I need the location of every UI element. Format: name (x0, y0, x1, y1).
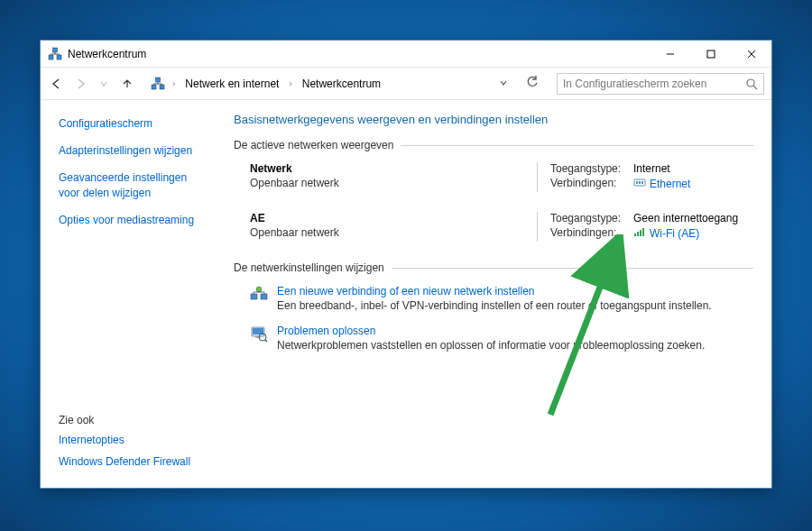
svg-rect-8 (160, 85, 164, 89)
access-type-label: Toegangstype: (550, 212, 633, 224)
sidebar-link-adapter[interactable]: Adapterinstellingen wijzigen (59, 144, 192, 157)
address-dropdown[interactable] (494, 78, 513, 90)
chevron-right-icon[interactable]: › (287, 78, 293, 88)
network-name: AE (250, 212, 537, 224)
recent-dropdown[interactable] (95, 75, 113, 93)
maximize-button[interactable] (690, 41, 731, 67)
svg-rect-25 (255, 336, 261, 338)
sidebar: Configuratiescherm Adapterinstellingen w… (41, 100, 221, 488)
titlebar: Netwerkcentrum (41, 41, 771, 68)
divider (392, 268, 753, 269)
svg-rect-16 (634, 233, 636, 236)
action-desc: Netwerkproblemen vaststellen en oplossen… (277, 339, 705, 352)
forward-button[interactable] (71, 75, 89, 93)
new-connection-icon (250, 285, 268, 303)
chevron-right-icon[interactable]: › (171, 78, 177, 88)
see-also-header: Zie ook (59, 414, 210, 426)
minimize-button[interactable] (650, 41, 690, 67)
search-placeholder: In Configuratiescherm zoeken (563, 78, 706, 90)
sidebar-link-advanced-sharing[interactable]: Geavanceerde instellingen voor delen wij… (59, 171, 187, 198)
ethernet-icon (633, 177, 646, 190)
change-settings-header: De netwerkinstellingen wijzigen (234, 261, 753, 274)
main-panel: Basisnetwerkgegevens weergeven en verbin… (221, 100, 771, 488)
search-icon (745, 78, 758, 93)
network-row: Netwerk Openbaar netwerk Toegangstype: I… (250, 162, 753, 192)
up-button[interactable] (118, 75, 136, 93)
address-bar: › Netwerk en internet › Netwerkcentrum I… (41, 68, 771, 100)
network-type: Openbaar netwerk (250, 177, 537, 189)
access-type-value: Internet (633, 162, 753, 175)
svg-rect-20 (251, 294, 257, 299)
connections-label: Verbindingen: (550, 226, 633, 240)
svg-rect-2 (53, 48, 58, 52)
svg-rect-21 (261, 294, 267, 299)
network-center-window: Netwerkcentrum › Netwerk en internet › N… (40, 40, 772, 489)
back-button[interactable] (48, 75, 66, 93)
wifi-signal-icon (633, 226, 646, 240)
network-name: Netwerk (250, 162, 537, 175)
svg-rect-7 (152, 85, 156, 89)
action-link-new-connection[interactable]: Een nieuwe verbinding of een nieuw netwe… (277, 285, 712, 298)
close-button[interactable] (731, 41, 771, 67)
app-icon (48, 47, 62, 61)
svg-point-10 (747, 79, 754, 87)
see-also-internet-options[interactable]: Internetopties (59, 434, 210, 446)
svg-rect-13 (636, 181, 638, 184)
refresh-button[interactable] (519, 76, 546, 91)
action-link-troubleshoot[interactable]: Problemen oplossen (277, 325, 705, 337)
troubleshoot-icon (250, 325, 268, 343)
breadcrumb-item-network-internet[interactable]: Netwerk en internet (182, 76, 281, 92)
svg-rect-1 (57, 55, 61, 60)
svg-rect-19 (642, 228, 644, 236)
divider (401, 145, 753, 146)
access-type-value: Geen internettoegang (633, 212, 753, 224)
window-controls (650, 41, 771, 67)
svg-rect-15 (641, 181, 643, 184)
search-input[interactable]: In Configuratiescherm zoeken (557, 73, 764, 95)
page-title: Basisnetwerkgegevens weergeven en verbin… (234, 113, 753, 126)
see-also-firewall[interactable]: Windows Defender Firewall (59, 455, 210, 468)
window-title: Netwerkcentrum (68, 48, 650, 60)
content-area: Configuratiescherm Adapterinstellingen w… (41, 100, 771, 488)
svg-rect-17 (637, 232, 639, 236)
svg-line-11 (753, 86, 757, 89)
see-also-section: Zie ook Internetopties Windows Defender … (59, 414, 210, 477)
access-type-label: Toegangstype: (550, 162, 633, 175)
svg-rect-0 (49, 55, 53, 60)
connections-label: Verbindingen: (550, 177, 633, 190)
action-troubleshoot: Problemen oplossen Netwerkproblemen vast… (250, 325, 753, 352)
network-row: AE Openbaar netwerk Toegangstype: Geen i… (250, 212, 753, 242)
sidebar-link-control-panel[interactable]: Configuratiescherm (59, 117, 152, 130)
connection-link-wifi[interactable]: Wi-Fi (AE) (650, 227, 699, 240)
svg-rect-14 (639, 181, 641, 184)
network-type: Openbaar netwerk (250, 226, 537, 239)
svg-line-27 (265, 340, 267, 342)
action-desc: Een breedband-, inbel- of VPN-verbinding… (277, 299, 712, 312)
active-networks-header: De actieve netwerken weergeven (234, 139, 753, 151)
breadcrumb-item-network-center[interactable]: Netwerkcentrum (300, 76, 383, 92)
svg-rect-4 (707, 50, 715, 58)
action-new-connection: Een nieuwe verbinding of een nieuw netwe… (250, 285, 753, 312)
connection-link-ethernet[interactable]: Ethernet (650, 178, 690, 190)
sidebar-link-media-streaming[interactable]: Opties voor mediastreaming (59, 214, 194, 226)
svg-rect-9 (156, 78, 161, 82)
svg-rect-18 (640, 230, 641, 236)
breadcrumb-root-icon[interactable] (151, 77, 165, 91)
